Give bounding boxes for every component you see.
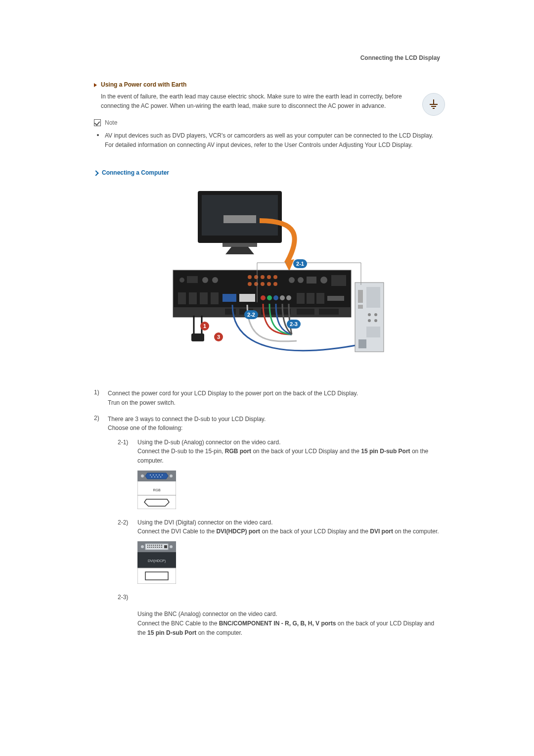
step-2-1-line1: Using the D-sub (Analog) connector on th… [137, 439, 281, 446]
step-2-3-body: Using the BNC (Analog) connector on the … [137, 610, 440, 637]
document-page: Connecting the LCD Display Using a Power… [94, 54, 440, 637]
section-title-connect: Connecting a Computer [102, 169, 169, 176]
step-2-1-line2b: on the back of your LCD Display and the [251, 448, 361, 455]
step-2-2-bold2: DVI port [370, 528, 393, 535]
svg-rect-6 [223, 215, 256, 223]
svg-rect-30 [178, 292, 186, 304]
step-2-2-num: 2-2) [118, 518, 137, 588]
svg-point-17 [261, 275, 265, 279]
svg-rect-43 [316, 293, 324, 304]
step-2-1-bold1: RGB port [225, 448, 251, 455]
svg-rect-44 [327, 296, 344, 301]
step-2-3-line2a: Connect the BNC Cable to the [137, 620, 219, 627]
svg-rect-100 [157, 545, 158, 546]
step-1-line1: Connect the power cord for your LCD Disp… [108, 390, 358, 397]
svg-rect-35 [239, 294, 255, 302]
svg-point-16 [254, 275, 258, 279]
svg-point-23 [267, 282, 271, 286]
svg-point-24 [273, 282, 277, 286]
chevron-right-icon [93, 171, 98, 176]
step-2-1-body: Using the D-sub (Analog) connector on th… [137, 438, 440, 513]
svg-point-39 [280, 295, 285, 300]
svg-point-15 [248, 275, 252, 279]
step-2-3-num: 2-3) [118, 593, 137, 602]
step-2-body: There are 3 ways to connect the D-sub to… [108, 415, 440, 638]
svg-rect-41 [297, 293, 305, 304]
svg-point-59 [368, 319, 371, 322]
connection-diagram: 2-1 2-2 2-3 1 3 [148, 186, 386, 374]
arrow-right-icon [94, 83, 97, 87]
svg-rect-102 [161, 545, 162, 546]
note-bullet-row: AV input devices such as DVD players, VC… [97, 131, 440, 149]
step-2-2-line2c: on the computer. [393, 528, 439, 535]
svg-point-83 [151, 476, 152, 477]
svg-point-84 [154, 476, 155, 477]
svg-point-19 [273, 275, 277, 279]
svg-rect-12 [187, 276, 198, 283]
svg-point-11 [179, 278, 184, 283]
earth-ground-icon [422, 93, 445, 116]
step-2-3-line1: Using the BNC (Analog) connector on the … [137, 611, 277, 617]
rgb-port-figure: RGB [137, 471, 176, 509]
svg-rect-50 [319, 309, 339, 315]
section-row-earth: Using a Power cord with Earth [94, 81, 440, 88]
svg-rect-111 [164, 545, 167, 548]
callout-3: 3 [214, 332, 223, 341]
svg-rect-34 [222, 294, 236, 302]
step-2-1: 2-1) Using the D-sub (Analog) connector … [118, 438, 440, 513]
callout-2-2: 2-2 [244, 310, 258, 319]
svg-point-76 [170, 474, 173, 477]
note-bullet-text: AV input devices such as DVD players, VC… [105, 131, 440, 149]
svg-point-18 [267, 275, 271, 279]
step-2-2: 2-2) Using the DVI (Digital) connector o… [118, 518, 440, 588]
svg-rect-7 [222, 243, 257, 247]
svg-rect-31 [189, 292, 197, 304]
ground-symbol-icon [428, 98, 440, 110]
svg-point-36 [261, 295, 266, 300]
svg-rect-108 [157, 547, 158, 548]
svg-point-80 [156, 474, 157, 475]
svg-text:2-3: 2-3 [290, 321, 298, 327]
svg-rect-107 [155, 547, 156, 548]
step-1-body: Connect the power cord for your LCD Disp… [108, 389, 440, 407]
svg-rect-33 [211, 292, 219, 304]
section-title-earth: Using a Power cord with Earth [101, 81, 186, 88]
svg-rect-29 [331, 275, 346, 286]
svg-rect-42 [307, 293, 314, 304]
svg-marker-9 [284, 259, 294, 271]
svg-point-92 [141, 545, 144, 548]
step-2-1-line2a: Connect the D-sub to the 15-pin, [137, 448, 225, 455]
svg-point-37 [267, 295, 272, 300]
step-2-num: 2) [94, 415, 108, 638]
dvi-port-figure: DVI(HDCP) [137, 541, 176, 584]
svg-rect-109 [159, 547, 160, 548]
svg-point-28 [320, 277, 327, 284]
svg-point-21 [254, 282, 258, 286]
step-1-line2: Trun on the power switch. [108, 399, 176, 406]
step-2: 2) There are 3 ways to connect the D-sub… [94, 415, 440, 638]
step-2-1-num: 2-1) [118, 438, 137, 513]
svg-rect-46 [225, 309, 236, 315]
svg-point-58 [374, 313, 377, 316]
page-header-title: Connecting the LCD Display [94, 54, 440, 61]
svg-rect-101 [159, 545, 160, 546]
svg-point-79 [153, 474, 154, 475]
svg-point-93 [170, 545, 173, 548]
svg-text:RGB: RGB [153, 488, 161, 492]
svg-point-82 [162, 474, 163, 475]
svg-rect-88 [137, 495, 176, 509]
step-1-num: 1) [94, 389, 108, 407]
svg-rect-32 [200, 292, 208, 304]
svg-rect-114 [137, 568, 176, 584]
callout-2-3: 2-3 [287, 320, 301, 329]
step-2-2-body: Using the DVI (Digital) connector on the… [137, 518, 440, 588]
svg-point-20 [248, 282, 252, 286]
svg-point-26 [298, 277, 304, 283]
svg-point-57 [368, 313, 371, 316]
svg-rect-96 [149, 545, 150, 546]
svg-point-38 [273, 295, 278, 300]
svg-point-86 [160, 476, 161, 477]
svg-rect-104 [149, 547, 150, 548]
svg-point-40 [286, 295, 291, 300]
svg-text:2-1: 2-1 [296, 261, 304, 267]
